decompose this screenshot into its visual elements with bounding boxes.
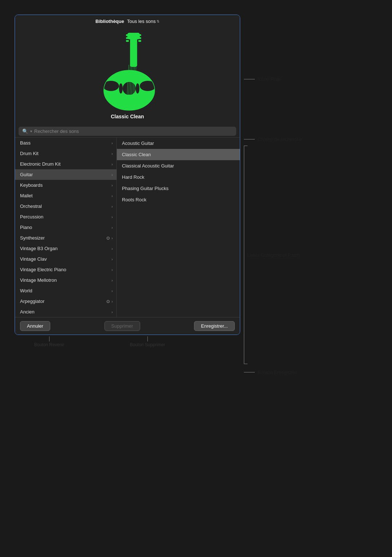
category-item-mallet[interactable]: Mallet› — [15, 190, 116, 201]
category-item-guitar[interactable]: Guitar› — [15, 169, 116, 180]
svg-rect-2 — [126, 34, 129, 36]
chevron-icon-vintage-b3: › — [111, 246, 113, 251]
patch-label-classical-acoustic-guitar: Classical Acoustic Guitar — [122, 163, 174, 169]
bouton-supprimer-annotation: Bouton Supprimer — [130, 336, 165, 347]
listes-categorie-patch-label: Listes Catégorie et Patch — [247, 252, 300, 258]
category-item-percussion[interactable]: Percussion› — [15, 212, 116, 222]
svg-point-15 — [140, 81, 156, 91]
patch-label-hard-rock: Hard Rock — [122, 174, 144, 180]
bouton-enregistrer-label: Bouton Enregistrer — [255, 370, 297, 375]
chevron-icon-guitar: › — [111, 173, 113, 177]
category-right-percussion: › — [111, 215, 113, 219]
category-item-world[interactable]: World› — [15, 285, 116, 296]
panel-footer: Annuler Supprimer Enregistrer... — [15, 317, 240, 335]
chevron-icon-electronic-drum-kit: › — [111, 162, 113, 166]
svg-rect-13 — [123, 95, 135, 96]
champ-recherche-label: Champ de recherche — [255, 137, 302, 142]
category-label-ancien: Ancien — [20, 309, 35, 315]
library-panel: Bibliothèque Tous les sons ⇅ — [15, 15, 240, 335]
tous-les-sons-button[interactable]: Tous les sons ⇅ — [127, 19, 159, 24]
patch-list: Acoustic GuitarClassic CleanClassical Ac… — [117, 138, 240, 317]
category-right-piano: › — [111, 225, 113, 230]
category-label-bass: Bass — [20, 140, 31, 146]
category-item-keyboards[interactable]: Keyboards› — [15, 180, 116, 190]
patch-item-classical-acoustic-guitar[interactable]: Classical Acoustic Guitar — [117, 160, 240, 171]
category-right-drum-kit: › — [111, 151, 113, 156]
chevron-icon-ancien: › — [111, 310, 113, 314]
category-item-drum-kit[interactable]: Drum Kit› — [15, 148, 116, 159]
category-item-arpeggiator[interactable]: Arpeggiator⊙› — [15, 296, 116, 307]
category-label-orchestral: Orchestral — [20, 204, 42, 209]
patch-label-acoustic-guitar: Acoustic Guitar — [122, 141, 154, 146]
category-label-piano: Piano — [20, 225, 32, 230]
category-right-world: › — [111, 289, 113, 293]
annuler-button[interactable]: Annuler — [20, 321, 50, 331]
category-right-guitar: › — [111, 173, 113, 177]
category-label-synthesizer: Synthesizer — [20, 235, 45, 241]
enregistrer-button[interactable]: Enregistrer... — [194, 321, 235, 331]
download-icon-synthesizer: ⊙ — [106, 236, 110, 241]
bottom-annotations: Bouton Revenir Bouton Supprimer — [15, 336, 240, 347]
chevron-icon-percussion: › — [111, 215, 113, 219]
chevron-icon-arpeggiator: › — [111, 299, 113, 304]
patch-label-roots-rock: Roots Rock — [122, 197, 146, 202]
svg-rect-5 — [138, 34, 141, 36]
category-right-vintage-b3: › — [111, 246, 113, 251]
search-input[interactable] — [34, 129, 233, 134]
category-item-electronic-drum-kit[interactable]: Electronic Drum Kit› — [15, 159, 116, 169]
bouton-supprimer-label: Bouton Supprimer — [130, 342, 165, 347]
instrument-name-label: Classic Clean — [111, 114, 144, 119]
supprimer-button[interactable]: Supprimer — [104, 321, 140, 331]
svg-point-10 — [136, 83, 139, 94]
svg-rect-7 — [138, 40, 141, 42]
listes-bracket: Listes Catégorie et Patch — [244, 146, 300, 364]
category-label-arpeggiator: Arpeggiator — [20, 299, 44, 304]
chevron-icon-mallet: › — [111, 194, 113, 198]
category-right-vintage-mellotron: › — [111, 278, 113, 283]
category-label-vintage-electric-piano: Vintage Electric Piano — [20, 267, 66, 272]
category-item-vintage-clav[interactable]: Vintage Clav› — [15, 254, 116, 264]
category-item-synthesizer[interactable]: Synthesizer⊙› — [15, 233, 116, 243]
category-item-piano[interactable]: Piano› — [15, 222, 116, 233]
svg-rect-3 — [126, 37, 129, 39]
patch-label-classic-clean: Classic Clean — [122, 152, 151, 157]
category-label-keyboards: Keyboards — [20, 182, 43, 188]
icone-piste-annotation: Icône Piste — [244, 76, 281, 82]
category-item-vintage-mellotron[interactable]: Vintage Mellotron› — [15, 275, 116, 285]
patch-item-acoustic-guitar[interactable]: Acoustic Guitar — [117, 138, 240, 149]
panel-header: Bibliothèque Tous les sons ⇅ — [15, 15, 240, 26]
patch-label-phasing-guitar-plucks: Phasing Guitar Plucks — [122, 186, 169, 191]
search-chevron-icon: ▾ — [30, 129, 32, 133]
category-item-ancien[interactable]: Ancien› — [15, 307, 116, 317]
patch-item-roots-rock[interactable]: Roots Rock — [117, 194, 240, 205]
category-label-vintage-b3: Vintage B3 Organ — [20, 246, 58, 251]
patch-item-hard-rock[interactable]: Hard Rock — [117, 171, 240, 183]
category-right-ancien: › — [111, 310, 113, 314]
search-bar[interactable]: 🔍 ▾ — [19, 127, 236, 136]
category-right-synthesizer: ⊙› — [106, 236, 113, 241]
category-right-arpeggiator: ⊙› — [106, 299, 113, 304]
lists-container: Bass›Drum Kit›Electronic Drum Kit›Guitar… — [15, 137, 240, 317]
category-item-vintage-electric-piano[interactable]: Vintage Electric Piano› — [15, 264, 116, 275]
category-label-vintage-mellotron: Vintage Mellotron — [20, 277, 57, 283]
category-item-vintage-b3[interactable]: Vintage B3 Organ› — [15, 243, 116, 254]
category-item-orchestral[interactable]: Orchestral› — [15, 201, 116, 212]
chevron-icon-synthesizer: › — [111, 236, 113, 240]
bouton-revenir-label: Bouton Revenir — [34, 342, 64, 347]
category-label-guitar: Guitar — [20, 172, 33, 177]
chevron-icon-vintage-electric-piano: › — [111, 268, 113, 272]
patch-item-classic-clean[interactable]: Classic Clean — [117, 149, 240, 160]
category-right-electronic-drum-kit: › — [111, 162, 113, 166]
category-right-keyboards: › — [111, 183, 113, 187]
category-label-percussion: Percussion — [20, 214, 43, 220]
search-icon: 🔍 — [22, 129, 28, 134]
category-label-world: World — [20, 288, 32, 293]
chevron-icon-vintage-clav: › — [111, 257, 113, 261]
category-right-bass: › — [111, 141, 113, 145]
bibliotheque-label: Bibliothèque — [95, 19, 124, 24]
category-item-bass[interactable]: Bass› — [15, 138, 116, 148]
patch-item-phasing-guitar-plucks[interactable]: Phasing Guitar Plucks — [117, 183, 240, 194]
champ-recherche-annotation: Champ de recherche — [244, 137, 302, 142]
chevron-icon-drum-kit: › — [111, 151, 113, 156]
category-right-vintage-electric-piano: › — [111, 268, 113, 272]
